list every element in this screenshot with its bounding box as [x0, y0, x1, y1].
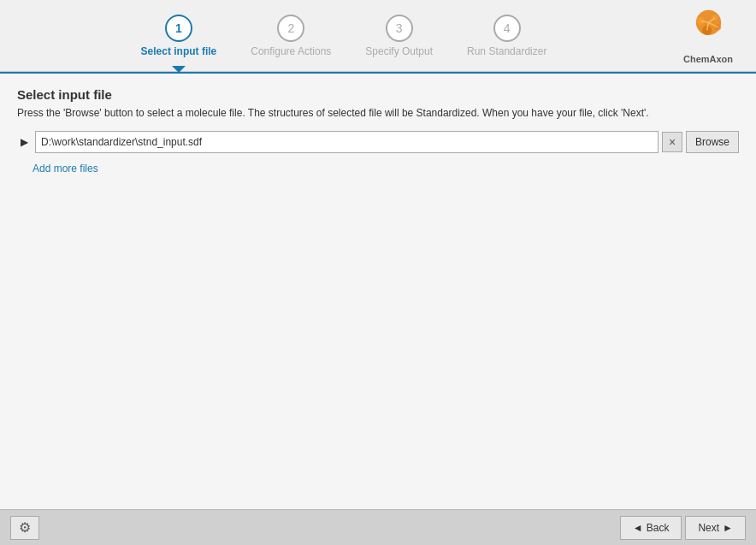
browse-button[interactable]: Browse	[686, 131, 739, 153]
step-4[interactable]: 4 Run Standardizer	[467, 15, 546, 57]
step-3-circle: 3	[386, 15, 413, 42]
back-arrow-icon: ◄	[633, 522, 643, 534]
step-2-label: Configure Actions	[251, 45, 331, 57]
step-1-circle: 1	[165, 15, 192, 42]
step-1-label: Select input file	[141, 45, 217, 57]
step-3-label: Specify Output	[365, 45, 433, 57]
step-1[interactable]: 1 Select input file	[141, 15, 217, 57]
footer: ⚙ ◄ Back Next ►	[0, 509, 756, 545]
wizard-steps: 1 Select input file 2 Configure Actions …	[14, 15, 674, 57]
settings-icon: ⚙	[19, 519, 31, 536]
next-label: Next	[698, 522, 719, 534]
back-button[interactable]: ◄ Back	[620, 516, 682, 540]
back-label: Back	[647, 522, 670, 534]
next-button[interactable]: Next ►	[685, 516, 746, 540]
add-more-files-link[interactable]: Add more files	[32, 163, 98, 175]
header: 1 Select input file 2 Configure Actions …	[0, 0, 756, 72]
step-2[interactable]: 2 Configure Actions	[251, 15, 331, 57]
section-description: Press the 'Browse' button to select a mo…	[17, 107, 739, 119]
step-4-circle: 4	[493, 15, 521, 42]
clear-button[interactable]: ×	[662, 132, 682, 152]
step-2-circle: 2	[277, 15, 304, 42]
next-arrow-icon: ►	[723, 522, 733, 534]
play-button[interactable]: ▶	[17, 134, 32, 150]
section-title: Select input file	[17, 87, 739, 102]
step-3[interactable]: 3 Specify Output	[365, 15, 433, 57]
chemaxon-logo-area: ChemAxon	[674, 7, 742, 64]
chemaxon-logo-icon	[685, 7, 732, 54]
step-4-label: Run Standardizer	[467, 45, 546, 57]
file-row: ▶ × Browse	[17, 131, 739, 153]
main-content: Select input file Press the 'Browse' but…	[0, 72, 756, 509]
nav-buttons: ◄ Back Next ►	[620, 516, 746, 540]
logo-text: ChemAxon	[683, 54, 733, 64]
file-path-input[interactable]	[35, 131, 659, 153]
settings-button[interactable]: ⚙	[10, 516, 39, 540]
